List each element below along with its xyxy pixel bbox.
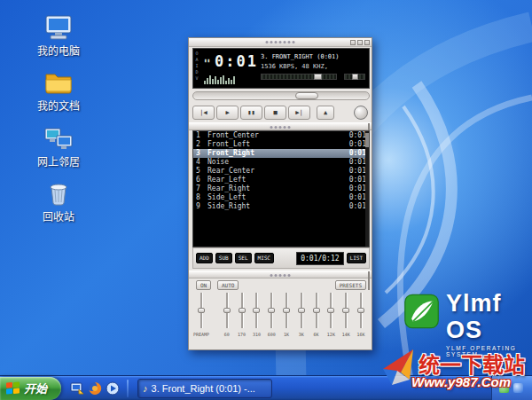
titlebar-dots (270, 126, 291, 129)
volume-handle[interactable] (314, 74, 322, 80)
transport-controls: |◀ ▶ ▮▮ ■ ▶| ▲ (192, 103, 370, 122)
close-button[interactable] (364, 40, 370, 45)
slider-handle[interactable] (223, 308, 231, 313)
playlist-titlebar[interactable] (189, 122, 372, 130)
eq-band-label: 12K (327, 332, 335, 337)
eq-band-label: 1K (284, 332, 289, 337)
stream-info: 1536 KBPS, 48 KHZ, (261, 63, 328, 70)
seek-bar[interactable] (192, 91, 370, 100)
slider-handle[interactable] (313, 308, 320, 313)
play-icon: ▶ (225, 109, 229, 116)
playlist-row[interactable]: 7Rear_Right0:01 (193, 184, 369, 193)
eq-band-slider[interactable] (340, 292, 351, 329)
start-button[interactable]: 开始 (0, 377, 61, 400)
seek-handle[interactable] (295, 92, 318, 99)
eject-button[interactable]: ▲ (317, 106, 334, 120)
eq-band-slider[interactable] (356, 292, 366, 329)
eq-band-slider[interactable] (311, 292, 322, 329)
slider-handle[interactable] (342, 308, 349, 313)
playlist-sub-button[interactable]: SUB (215, 253, 232, 263)
playlist-sel-button[interactable]: SEL (235, 253, 252, 263)
show-desktop-icon[interactable] (70, 381, 84, 396)
slider-handle[interactable] (239, 308, 246, 313)
playlist-row[interactable]: 4Noise0:01 (193, 158, 369, 167)
playlist-row[interactable]: 5Rear_Center0:01 (193, 167, 369, 176)
eq-band-slider[interactable] (251, 292, 262, 329)
firefox-icon[interactable] (88, 381, 102, 396)
playlist-row[interactable]: 9Side_Right0:01 (193, 202, 369, 211)
eject-icon: ▲ (324, 109, 327, 116)
eq-band-slider[interactable] (222, 292, 232, 329)
eq-presets-button[interactable]: PRESETS (335, 280, 366, 290)
balance-slider[interactable] (344, 74, 365, 80)
playlist-scrollbar[interactable] (365, 131, 369, 247)
time-display[interactable]: 0:01 (215, 52, 258, 70)
slider-handle[interactable] (283, 308, 290, 313)
desktop: 我的电脑 我的文档 网上邻居 回收站 (0, 0, 532, 400)
preamp-label: PREAMP (193, 332, 209, 337)
eq-band-slider[interactable] (237, 292, 247, 329)
os-name: Ylmf OS (446, 290, 532, 343)
playlist-list-button[interactable]: LIST (347, 253, 366, 263)
slider-handle[interactable] (253, 308, 260, 313)
eq-on-button[interactable]: ON (196, 280, 211, 290)
player-display: OAIDV ▮▮ 0:01 3. FRONT_RIGHT (0:01) 1536… (192, 48, 370, 89)
my-documents-icon (43, 69, 74, 96)
media-player-icon[interactable] (106, 381, 120, 396)
previous-button[interactable]: |◀ (192, 106, 215, 120)
eq-sliders: PREAMP 60 170 310 600 1K 3K 6K 12K 14K 1… (196, 292, 366, 337)
play-button[interactable]: ▶ (216, 106, 239, 120)
track-title[interactable]: 3. FRONT_RIGHT (0:01) (261, 53, 365, 60)
balance-handle[interactable] (352, 74, 358, 80)
pause-button[interactable]: ▮▮ (240, 106, 262, 120)
knob-button[interactable] (354, 106, 368, 120)
eq-band-label: 170 (238, 332, 246, 337)
slider-handle[interactable] (268, 308, 275, 313)
stop-button[interactable]: ■ (264, 106, 286, 120)
scrollbar-handle[interactable] (365, 133, 369, 147)
desktop-icon-recycle-bin[interactable]: 回收站 (29, 180, 88, 224)
shade-button[interactable] (357, 40, 363, 45)
slider-handle[interactable] (357, 308, 364, 313)
desktop-icon-label: 网上邻居 (29, 153, 88, 169)
eq-band-label: 6K (314, 332, 319, 337)
task-label: 3. Front_Right (0:01) -... (152, 383, 255, 394)
playlist-time-display: 0:01/0:12 (296, 252, 343, 265)
eq-band-slider[interactable] (281, 292, 292, 329)
watermark-site-url: Www.y987.Com (411, 374, 511, 389)
next-button[interactable]: ▶| (288, 106, 310, 120)
eq-auto-button[interactable]: AUTO (217, 280, 239, 290)
tray-icon-2[interactable] (513, 383, 523, 393)
slider-handle[interactable] (327, 308, 334, 313)
volume-slider[interactable] (261, 74, 337, 80)
desktop-icon-label: 我的电脑 (29, 43, 88, 58)
eq-band-slider[interactable] (296, 292, 307, 329)
slider-handle[interactable] (298, 308, 305, 313)
pause-icon: ▮▮ (247, 109, 254, 116)
player-titlebar[interactable] (189, 38, 372, 47)
previous-icon: |◀ (200, 109, 207, 116)
stop-icon: ■ (273, 109, 277, 116)
desktop-icon-my-documents[interactable]: 我的文档 (29, 69, 88, 113)
slider-handle[interactable] (198, 308, 205, 313)
playlist-row-selected[interactable]: 3Front_Right0:01 (193, 149, 369, 158)
desktop-icon-my-computer[interactable]: 我的电脑 (29, 14, 88, 58)
desktop-icon-network-places[interactable]: 网上邻居 (29, 125, 88, 169)
playback-status-icon: ▮▮ (204, 57, 210, 63)
minimize-button[interactable] (350, 40, 356, 45)
playlist-add-button[interactable]: ADD (196, 253, 213, 263)
clutterbar[interactable]: OAIDV (194, 51, 200, 82)
equalizer-titlebar[interactable] (189, 271, 372, 278)
playlist-row[interactable]: 1Front_Center0:01 (193, 131, 369, 140)
eq-band-slider[interactable] (325, 292, 336, 329)
playlist-row[interactable]: 8Side_Left0:01 (193, 193, 369, 202)
visualizer[interactable] (204, 75, 236, 84)
playlist-row[interactable]: 2Front_Left0:01 (193, 140, 369, 149)
playlist-misc-button[interactable]: MISC (254, 253, 274, 263)
eq-band-slider[interactable] (266, 292, 277, 329)
playlist-row[interactable]: 6Rear_Left0:01 (193, 176, 369, 184)
preamp-slider[interactable] (196, 292, 207, 329)
taskbar-task-button[interactable]: ♪ 3. Front_Right (0:01) -... (137, 379, 272, 398)
desktop-icon-label: 回收站 (29, 208, 88, 224)
equalizer: ON AUTO PRESETS PREAMP 60 170 310 600 1K… (192, 278, 370, 348)
